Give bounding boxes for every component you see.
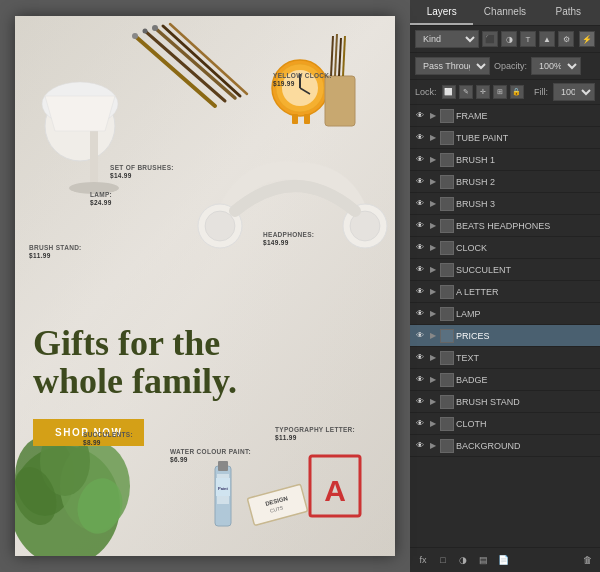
layer-item[interactable]: 👁▶CLOCK xyxy=(410,237,600,259)
tab-paths[interactable]: Paths xyxy=(537,0,600,25)
layer-expand-arrow[interactable]: ▶ xyxy=(428,287,438,297)
layer-item[interactable]: 👁▶BRUSH 3 xyxy=(410,193,600,215)
layer-visibility-toggle[interactable]: 👁 xyxy=(414,286,426,298)
blend-mode-row: Pass Through Opacity: 100% xyxy=(410,53,600,80)
layer-thumbnail xyxy=(440,395,454,409)
layer-expand-arrow[interactable]: ▶ xyxy=(428,199,438,209)
succulents-label: SUCCULENTS:$8.99 xyxy=(83,431,133,448)
layer-visibility-toggle[interactable]: 👁 xyxy=(414,154,426,166)
layer-expand-arrow[interactable]: ▶ xyxy=(428,243,438,253)
layer-visibility-toggle[interactable]: 👁 xyxy=(414,440,426,452)
layer-visibility-toggle[interactable]: 👁 xyxy=(414,242,426,254)
layer-visibility-toggle[interactable]: 👁 xyxy=(414,264,426,276)
svg-point-23 xyxy=(205,211,235,241)
layer-visibility-toggle[interactable]: 👁 xyxy=(414,396,426,408)
fill-select[interactable]: 100% xyxy=(553,83,595,101)
lock-artboard-btn[interactable]: ⊞ xyxy=(493,85,507,99)
layer-visibility-toggle[interactable]: 👁 xyxy=(414,374,426,386)
layer-item[interactable]: 👁▶A LETTER xyxy=(410,281,600,303)
layer-name-label: PRICES xyxy=(456,331,596,341)
layer-item[interactable]: 👁▶TUBE PAINT xyxy=(410,127,600,149)
lock-transparent-btn[interactable]: ⬜ xyxy=(442,85,456,99)
headline: Gifts for the whole family. xyxy=(33,325,375,401)
layer-item[interactable]: 👁▶FRAME xyxy=(410,105,600,127)
fx-button[interactable]: fx xyxy=(415,552,431,568)
lock-label: Lock: xyxy=(415,87,437,97)
layer-expand-arrow[interactable]: ▶ xyxy=(428,265,438,275)
layer-expand-arrow[interactable]: ▶ xyxy=(428,331,438,341)
layer-expand-arrow[interactable]: ▶ xyxy=(428,133,438,143)
group-button[interactable]: ▤ xyxy=(475,552,491,568)
panel-bottom-bar: fx □ ◑ ▤ 📄 🗑 xyxy=(410,547,600,572)
layer-visibility-toggle[interactable]: 👁 xyxy=(414,176,426,188)
layer-item[interactable]: 👁▶TEXT xyxy=(410,347,600,369)
brushes-label: SET OF BRUSHES:$14.99 xyxy=(110,164,174,181)
headline-line1: Gifts for the xyxy=(33,323,220,363)
blend-mode-select[interactable]: Pass Through xyxy=(415,57,490,75)
layer-item[interactable]: 👁▶SUCCULENT xyxy=(410,259,600,281)
layer-thumbnail xyxy=(440,197,454,211)
lock-image-btn[interactable]: ✎ xyxy=(459,85,473,99)
layer-item[interactable]: 👁▶CLOTH xyxy=(410,413,600,435)
layer-thumbnail xyxy=(440,329,454,343)
panel-tabs: Layers Channels Paths xyxy=(410,0,600,26)
tab-channels[interactable]: Channels xyxy=(473,0,536,25)
filter-adj-btn[interactable]: ◑ xyxy=(501,31,517,47)
layer-name-label: LAMP xyxy=(456,309,596,319)
layer-item[interactable]: 👁▶BACKGROUND xyxy=(410,435,600,457)
layer-visibility-toggle[interactable]: 👁 xyxy=(414,220,426,232)
layer-visibility-toggle[interactable]: 👁 xyxy=(414,308,426,320)
adj-layer-button[interactable]: ◑ xyxy=(455,552,471,568)
layer-item[interactable]: 👁▶BRUSH STAND xyxy=(410,391,600,413)
layer-item[interactable]: 👁▶BEATS HEADPHONES xyxy=(410,215,600,237)
lock-row: Lock: ⬜ ✎ ✛ ⊞ 🔒 Fill: 100% xyxy=(410,80,600,105)
lock-all-btn[interactable]: 🔒 xyxy=(510,85,524,99)
layer-expand-arrow[interactable]: ▶ xyxy=(428,441,438,451)
layer-name-label: TUBE PAINT xyxy=(456,133,596,143)
layer-name-label: TEXT xyxy=(456,353,596,363)
layer-name-label: BRUSH 2 xyxy=(456,177,596,187)
layer-item[interactable]: 👁▶PRICES xyxy=(410,325,600,347)
layer-item[interactable]: 👁▶BADGE xyxy=(410,369,600,391)
layer-name-label: BADGE xyxy=(456,375,596,385)
headline-line2: whole family. xyxy=(33,361,237,401)
add-mask-button[interactable]: □ xyxy=(435,552,451,568)
svg-rect-2 xyxy=(90,126,98,186)
layer-visibility-toggle[interactable]: 👁 xyxy=(414,110,426,122)
layer-expand-arrow[interactable]: ▶ xyxy=(428,155,438,165)
fill-label: Fill: xyxy=(534,87,548,97)
layers-list: 👁▶FRAME👁▶TUBE PAINT👁▶BRUSH 1👁▶BRUSH 2👁▶B… xyxy=(410,105,600,547)
filter-type-btn[interactable]: T xyxy=(520,31,536,47)
layer-visibility-toggle[interactable]: 👁 xyxy=(414,330,426,342)
layer-expand-arrow[interactable]: ▶ xyxy=(428,397,438,407)
layer-item[interactable]: 👁▶LAMP xyxy=(410,303,600,325)
layer-expand-arrow[interactable]: ▶ xyxy=(428,375,438,385)
tab-layers[interactable]: Layers xyxy=(410,0,473,25)
layer-visibility-toggle[interactable]: 👁 xyxy=(414,352,426,364)
layer-expand-arrow[interactable]: ▶ xyxy=(428,177,438,187)
opacity-select[interactable]: 100% xyxy=(531,57,581,75)
layer-visibility-toggle[interactable]: 👁 xyxy=(414,132,426,144)
layer-name-label: FRAME xyxy=(456,111,596,121)
layer-thumbnail xyxy=(440,109,454,123)
filter-smart-btn[interactable]: ⚙ xyxy=(558,31,574,47)
layer-name-label: BRUSH 1 xyxy=(456,155,596,165)
layer-thumbnail xyxy=(440,153,454,167)
layer-visibility-toggle[interactable]: 👁 xyxy=(414,198,426,210)
layer-expand-arrow[interactable]: ▶ xyxy=(428,419,438,429)
kind-select[interactable]: Kind xyxy=(415,30,479,48)
new-layer-button[interactable]: 📄 xyxy=(495,552,511,568)
filter-toggle-btn[interactable]: ⚡ xyxy=(579,31,595,47)
filter-shape-btn[interactable]: ▲ xyxy=(539,31,555,47)
layer-thumbnail xyxy=(440,241,454,255)
layer-expand-arrow[interactable]: ▶ xyxy=(428,221,438,231)
layer-item[interactable]: 👁▶BRUSH 1 xyxy=(410,149,600,171)
delete-layer-button[interactable]: 🗑 xyxy=(579,552,595,568)
lock-position-btn[interactable]: ✛ xyxy=(476,85,490,99)
layer-item[interactable]: 👁▶BRUSH 2 xyxy=(410,171,600,193)
filter-pixel-btn[interactable]: ⬛ xyxy=(482,31,498,47)
layer-expand-arrow[interactable]: ▶ xyxy=(428,111,438,121)
layer-expand-arrow[interactable]: ▶ xyxy=(428,309,438,319)
layer-expand-arrow[interactable]: ▶ xyxy=(428,353,438,363)
layer-visibility-toggle[interactable]: 👁 xyxy=(414,418,426,430)
